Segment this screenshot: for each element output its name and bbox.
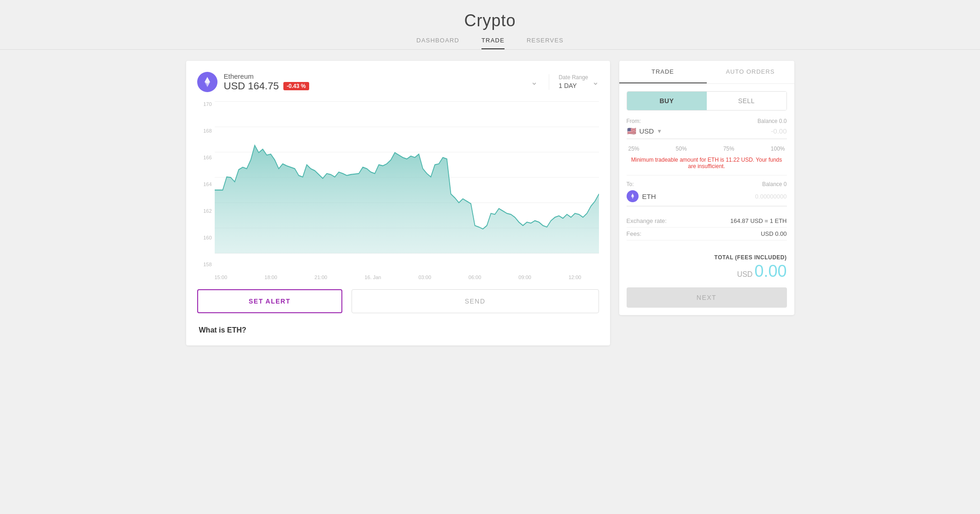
what-is-title: What is ETH?: [199, 326, 597, 334]
x-label-1500: 15:00: [215, 275, 228, 280]
eth-amount: 0.00000000: [755, 193, 787, 200]
date-range-chevron[interactable]: ⌄: [592, 77, 599, 87]
next-button[interactable]: NEXT: [627, 287, 787, 308]
total-amount: USD0.00: [627, 262, 787, 281]
y-label-168: 168: [197, 128, 215, 134]
coin-header: Ethereum USD 164.75 -0.43 % ⌄ Date Range…: [197, 72, 599, 92]
x-label-0300: 03:00: [418, 275, 431, 280]
tab-trade[interactable]: TRADE: [619, 61, 707, 83]
set-alert-button[interactable]: SET ALERT: [197, 289, 342, 313]
pct-100-button[interactable]: 100%: [769, 145, 787, 153]
x-label-0600: 06:00: [469, 275, 481, 280]
main-nav: DASHBOARD TRADE RESERVES: [0, 37, 980, 50]
y-label-162: 162: [197, 208, 215, 214]
y-label-164: 164: [197, 181, 215, 187]
coin-price-row: USD 164.75 -0.43 %: [224, 80, 309, 92]
exchange-info: Exchange rate: 164.87 USD = 1 ETH Fees: …: [627, 213, 787, 240]
from-label-row: From: Balance 0.0: [627, 118, 787, 124]
chart-x-labels: 15:00 18:00 21:00 16. Jan 03:00 06:00 09…: [197, 273, 599, 280]
total-section: TOTAL (fees included) USD0.00: [619, 248, 794, 281]
sell-button[interactable]: SELL: [707, 92, 786, 110]
eth-label: ETH: [642, 193, 656, 200]
coin-price: USD 164.75: [224, 80, 279, 92]
to-balance: Balance 0: [762, 181, 786, 187]
send-button[interactable]: SEND: [352, 289, 599, 313]
from-balance: Balance 0.0: [757, 118, 786, 124]
page-title: Crypto: [0, 11, 980, 30]
right-panel: TRADE AUTO ORDERS BUY SELL From: Balance…: [619, 61, 794, 315]
fees-label: Fees:: [627, 230, 642, 237]
total-currency: USD: [737, 270, 753, 278]
chart-y-labels: 170 168 166 164 162 160 158: [197, 97, 215, 272]
pct-25-button[interactable]: 25%: [627, 145, 641, 153]
from-label: From:: [627, 118, 641, 124]
right-panel-tabs: TRADE AUTO ORDERS: [619, 61, 794, 84]
exchange-rate-row: Exchange rate: 164.87 USD = 1 ETH: [627, 215, 787, 228]
x-label-2100: 21:00: [315, 275, 328, 280]
nav-dashboard[interactable]: DASHBOARD: [417, 37, 459, 49]
y-label-158: 158: [197, 262, 215, 267]
chart-container: 170 168 166 164 162 160 158: [197, 97, 599, 272]
nav-trade[interactable]: TRADE: [481, 37, 505, 49]
main-content: Ethereum USD 164.75 -0.43 % ⌄ Date Range…: [168, 50, 813, 356]
from-field-row: From: Balance 0.0 🇺🇸 USD ▼ -0.00: [627, 118, 787, 139]
from-currency-label: USD: [640, 127, 654, 135]
to-label: To:: [627, 181, 634, 187]
exchange-rate-label: Exchange rate:: [627, 217, 667, 224]
pct-75-button[interactable]: 75%: [722, 145, 736, 153]
x-label-0900: 09:00: [518, 275, 531, 280]
coin-name: Ethereum: [224, 72, 309, 80]
date-range-label: Date Range: [558, 74, 588, 81]
nav-reserves[interactable]: RESERVES: [527, 37, 563, 49]
percentage-buttons: 25% 50% 75% 100%: [627, 145, 787, 153]
usd-flag-icon: 🇺🇸: [627, 128, 637, 135]
from-currency-selector[interactable]: 🇺🇸 USD ▼ -0.00: [627, 127, 787, 139]
chart-svg: [215, 97, 599, 272]
to-label-row: To: Balance 0: [627, 181, 787, 187]
what-is-section: What is ETH?: [197, 326, 599, 334]
x-label-1800: 18:00: [264, 275, 277, 280]
fees-row: Fees: USD 0.00: [627, 228, 787, 240]
to-section: To: Balance 0 ETH 0.00000000: [627, 175, 787, 206]
action-buttons: SET ALERT SEND: [197, 289, 599, 313]
total-value: 0.00: [754, 262, 786, 280]
header: Crypto DASHBOARD TRADE RESERVES: [0, 0, 980, 50]
coin-logo: [197, 72, 217, 92]
buy-sell-toggle: BUY SELL: [627, 91, 787, 111]
coin-header-right: ⌄ Date Range 1 DAY ⌄: [531, 74, 599, 90]
x-label-jan16: 16. Jan: [364, 275, 381, 280]
y-label-160: 160: [197, 235, 215, 240]
from-amount: -0.00: [771, 127, 786, 135]
tab-auto-orders[interactable]: AUTO ORDERS: [707, 61, 794, 83]
y-label-166: 166: [197, 155, 215, 160]
coin-dropdown-chevron[interactable]: ⌄: [531, 77, 538, 87]
date-range-section: Date Range 1 DAY ⌄: [549, 74, 599, 90]
coin-info: Ethereum USD 164.75 -0.43 %: [197, 72, 309, 92]
y-label-170: 170: [197, 101, 215, 107]
eth-icon: [627, 190, 639, 202]
buy-button[interactable]: BUY: [627, 92, 707, 110]
date-range-value: 1 DAY: [558, 82, 576, 89]
date-range-wrapper: Date Range 1 DAY: [558, 74, 588, 90]
x-label-1200: 12:00: [569, 275, 581, 280]
exchange-rate-value: 164.87 USD = 1 ETH: [730, 217, 786, 224]
to-eth-row: ETH 0.00000000: [627, 190, 787, 206]
trade-form: From: Balance 0.0 🇺🇸 USD ▼ -0.00 25% 50%…: [619, 111, 794, 248]
total-label: TOTAL (fees included): [627, 254, 787, 261]
left-panel: Ethereum USD 164.75 -0.43 % ⌄ Date Range…: [186, 61, 610, 345]
price-change-badge: -0.43 %: [283, 82, 309, 90]
fees-value: USD 0.00: [761, 230, 786, 237]
pct-50-button[interactable]: 50%: [674, 145, 689, 153]
coin-details: Ethereum USD 164.75 -0.43 %: [224, 72, 309, 92]
from-currency-chevron-icon: ▼: [657, 128, 662, 134]
error-message: Minimum tradeable amount for ETH is 11.2…: [627, 157, 787, 169]
